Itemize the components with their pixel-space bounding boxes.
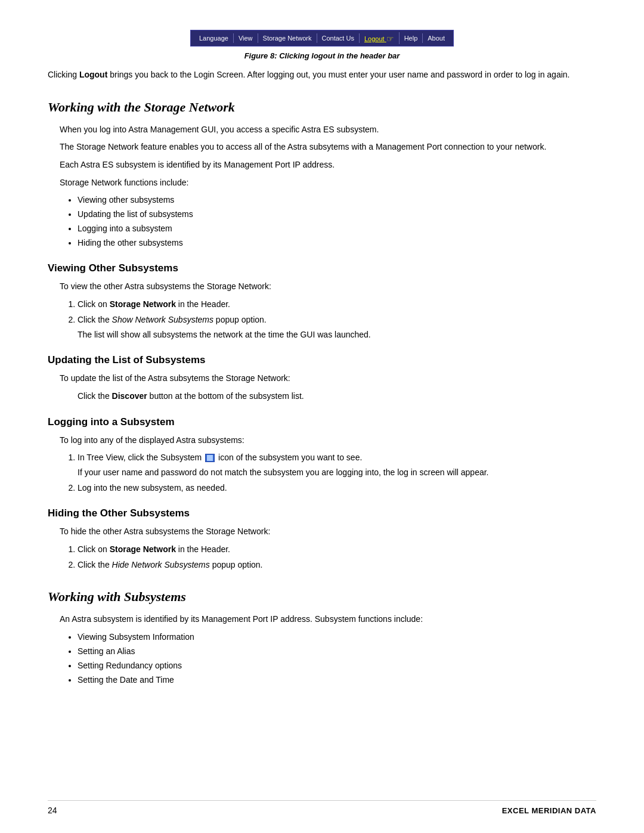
section2-bullets: Viewing Subsystem Information Setting an… — [78, 631, 596, 686]
nav-logout[interactable]: Logout ☞ — [360, 32, 400, 44]
page-footer: 24 Excel Meridian Data — [48, 800, 596, 815]
list-item: Logging into a subsystem — [78, 222, 596, 235]
section1-sub2-intro: To update the list of the Astra subsytem… — [60, 372, 596, 385]
nav-storage-network[interactable]: Storage Network — [258, 33, 317, 43]
section1-para1: When you log into Astra Management GUI, … — [60, 123, 596, 137]
section1-sub3-steps: In Tree View, click the Subsystem icon o… — [78, 451, 596, 494]
section1-sub2-step: Click the Discover button at the bottom … — [78, 390, 596, 403]
nav-about[interactable]: About — [423, 33, 450, 43]
section2-intro: An Astra subsystem is identified by its … — [60, 613, 596, 626]
step-subtext: If your user name and password do not ma… — [78, 466, 596, 479]
figure-caption: Figure 8: Clicking logout in the header … — [48, 51, 596, 60]
list-item: Click on Storage Network in the Header. — [78, 543, 596, 556]
section1-heading: Working with the Storage Network — [48, 100, 596, 115]
section1-para4: Storage Network functions include: — [60, 176, 596, 190]
section1-sub2-heading: Updating the List of Subsystems — [48, 354, 596, 366]
section1-sub4-heading: Hiding the Other Subsystems — [48, 507, 596, 519]
list-item: Setting the Date and Time — [78, 674, 596, 686]
list-item: Updating the list of subsystems — [78, 208, 596, 221]
section1-para2: The Storage Network feature enables you … — [60, 141, 596, 154]
nav-help[interactable]: Help — [400, 33, 423, 43]
section1-para3: Each Astra ES subsystem is identified by… — [60, 159, 596, 172]
cursor-icon: ☞ — [386, 34, 394, 44]
section1-sub1-intro: To view the other Astra subsystems the S… — [60, 280, 596, 293]
nav-contact-us[interactable]: Contact Us — [317, 33, 360, 43]
section1-sub3-intro: To log into any of the displayed Astra s… — [60, 434, 596, 447]
header-bar-figure: Language View Storage Network Contact Us… — [48, 30, 596, 47]
step-subtext: The list will show all subsystems the ne… — [78, 329, 596, 341]
section1-sub4-steps: Click on Storage Network in the Header. … — [78, 543, 596, 571]
list-item: Log into the new subsystem, as needed. — [78, 482, 596, 494]
company-name: Excel Meridian Data — [502, 806, 596, 815]
nav-view[interactable]: View — [234, 33, 258, 43]
list-item: Click on Storage Network in the Header. — [78, 298, 596, 311]
section1-sub1-heading: Viewing Other Subsystems — [48, 262, 596, 274]
list-item: Setting Redundancy options — [78, 659, 596, 672]
subsystem-icon — [205, 454, 215, 462]
list-item: Click the Show Network Subsystems popup … — [78, 314, 596, 341]
section1-bullets: Viewing other subsystems Updating the li… — [78, 194, 596, 249]
section1-sub4-intro: To hide the other Astra subsystems the S… — [60, 525, 596, 538]
page-number: 24 — [48, 806, 57, 815]
list-item: Hiding the other subsystems — [78, 237, 596, 249]
section1-sub1-steps: Click on Storage Network in the Header. … — [78, 298, 596, 341]
list-item: Viewing Subsystem Information — [78, 631, 596, 643]
section2-heading: Working with Subsystems — [48, 589, 596, 605]
nav-bar: Language View Storage Network Contact Us… — [190, 30, 454, 47]
nav-language[interactable]: Language — [194, 33, 234, 43]
list-item: Viewing other subsystems — [78, 194, 596, 206]
section1-sub3-heading: Logging into a Subsystem — [48, 416, 596, 428]
list-item: In Tree View, click the Subsystem icon o… — [78, 451, 596, 479]
list-item: Setting an Alias — [78, 645, 596, 658]
intro-paragraph: Clicking Logout brings you back to the L… — [48, 69, 596, 82]
list-item: Click the Hide Network Subsystems popup … — [78, 559, 596, 571]
